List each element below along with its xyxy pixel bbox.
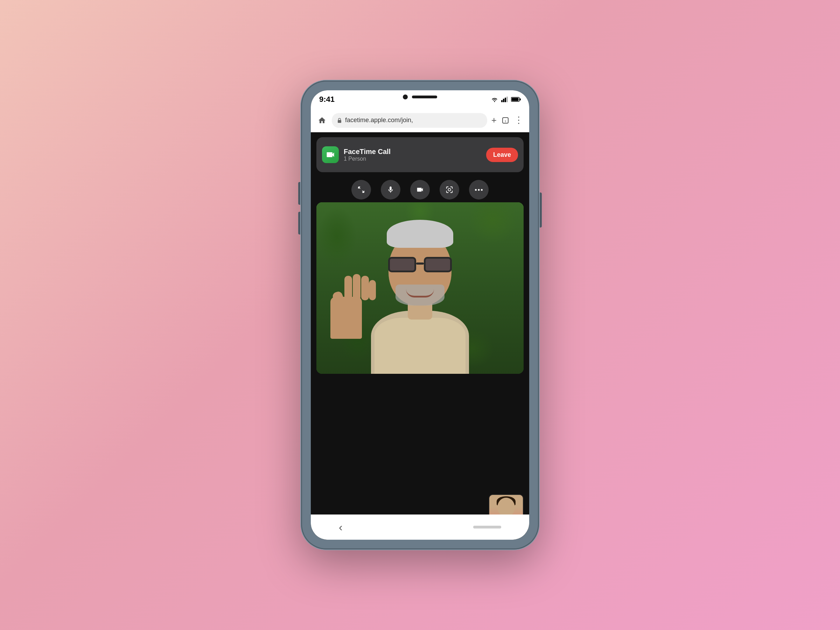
- facetime-call-info: FaceTime Call 1 Person: [344, 147, 481, 162]
- person-smile: [406, 289, 434, 297]
- phone-device: 9:41: [301, 81, 539, 549]
- person-hair: [387, 220, 453, 248]
- status-bar: 9:41: [311, 90, 529, 109]
- svg-point-13: [481, 189, 483, 191]
- waving-hand: [324, 269, 369, 339]
- svg-rect-5: [512, 98, 519, 101]
- svg-rect-1: [503, 99, 504, 102]
- add-tab-button[interactable]: +: [491, 115, 497, 126]
- tabs-button[interactable]: 1: [502, 117, 509, 124]
- volume-up-button[interactable]: [298, 182, 301, 205]
- person-shirt: [374, 318, 466, 374]
- browser-actions: + 1 ⋮: [491, 115, 524, 126]
- mic-icon: [387, 186, 395, 194]
- glasses-right-lens: [424, 257, 452, 272]
- browser-home-button[interactable]: [316, 115, 328, 126]
- svg-point-11: [475, 189, 477, 191]
- more-button[interactable]: ⋮: [514, 115, 524, 126]
- mic-button[interactable]: [381, 180, 400, 199]
- svg-rect-3: [507, 96, 508, 102]
- back-button[interactable]: ‹: [339, 521, 343, 534]
- finger-ring: [361, 276, 369, 300]
- facetime-call-title: FaceTime Call: [344, 147, 481, 156]
- person-glasses: [387, 257, 453, 272]
- battery-icon: [511, 97, 521, 102]
- pip-icon: [357, 186, 365, 194]
- pip-button[interactable]: [351, 180, 371, 199]
- leave-call-button[interactable]: Leave: [486, 148, 518, 162]
- volume-down-button[interactable]: [298, 212, 301, 235]
- svg-rect-7: [338, 120, 341, 123]
- phone-screen: 9:41: [311, 90, 529, 540]
- video-call-area: [316, 202, 524, 374]
- browser-bar: facetime.apple.com/join, + 1 ⋮: [311, 109, 529, 132]
- home-indicator[interactable]: [473, 526, 501, 529]
- finger-pinky: [369, 280, 376, 300]
- hand-palm: [330, 297, 362, 339]
- finger-middle: [353, 274, 360, 300]
- remote-video-scene: [316, 202, 524, 374]
- wifi-icon: [491, 96, 498, 102]
- svg-rect-0: [501, 100, 503, 102]
- svg-text:1: 1: [504, 119, 506, 123]
- earpiece-speaker: [412, 96, 437, 98]
- screenshot-icon: [445, 186, 453, 194]
- svg-rect-6: [520, 98, 521, 101]
- screenshot-button[interactable]: [440, 180, 459, 199]
- more-dots-icon: [475, 189, 483, 191]
- home-icon: [318, 116, 326, 125]
- more-options-button[interactable]: [469, 180, 489, 199]
- facetime-participant-count: 1 Person: [344, 156, 481, 162]
- signal-icon: [501, 96, 508, 102]
- screen-content: FaceTime Call 1 Person Leave: [311, 132, 529, 540]
- url-text: facetime.apple.com/join,: [345, 117, 482, 124]
- facetime-video-icon: [325, 150, 335, 159]
- facetime-banner: FaceTime Call 1 Person Leave: [316, 137, 524, 172]
- camera-button[interactable]: [410, 180, 430, 199]
- self-view-face: [497, 498, 515, 517]
- front-camera: [403, 95, 408, 99]
- svg-point-10: [448, 188, 450, 191]
- notch-area: [403, 95, 437, 99]
- facetime-app-icon: [322, 146, 339, 163]
- url-bar[interactable]: facetime.apple.com/join,: [332, 113, 487, 128]
- svg-point-12: [478, 189, 480, 191]
- remote-person-figure: [364, 216, 476, 374]
- glasses-bridge: [416, 262, 424, 265]
- camera-video-icon: [416, 186, 424, 194]
- power-button[interactable]: [539, 193, 542, 227]
- svg-rect-2: [505, 98, 506, 102]
- bottom-nav-bar: ‹: [311, 515, 529, 540]
- lock-icon: [337, 118, 342, 123]
- controls-bar: [311, 177, 529, 202]
- glasses-left-lens: [388, 257, 416, 272]
- status-icons: [491, 96, 521, 102]
